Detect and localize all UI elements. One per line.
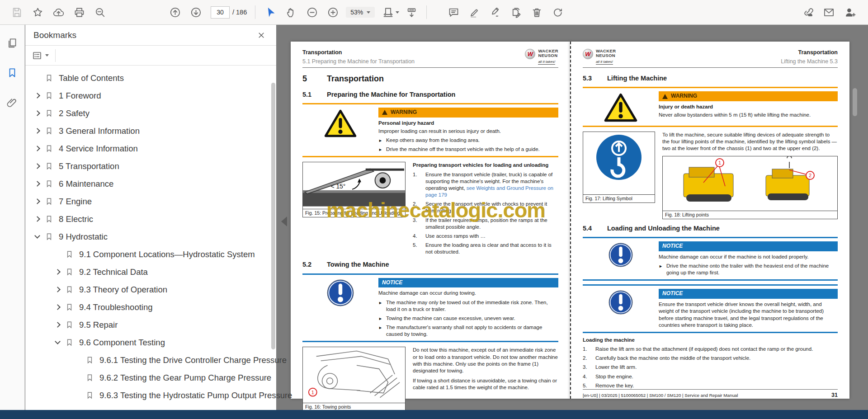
share-link-button[interactable] (797, 3, 818, 22)
comment-button[interactable] (443, 3, 464, 22)
bookmark-item[interactable]: 2 Safety (25, 104, 276, 122)
section-title: Preparing the Machine for Transportation (327, 90, 455, 99)
bookmark-item[interactable]: 1 Foreword (25, 87, 276, 104)
warning-icon-column (302, 108, 378, 153)
bookmark-item[interactable]: 9 Hydrostatic (25, 228, 276, 245)
hand-tool-button[interactable] (281, 3, 302, 22)
zoom-out-button[interactable] (302, 3, 322, 22)
bookmark-item[interactable]: 3 General Information (25, 122, 276, 140)
chevron-icon[interactable] (55, 322, 61, 328)
chevron-icon[interactable] (34, 198, 40, 204)
rotate-button[interactable] (547, 3, 568, 22)
bookmark-label: 9.5 Repair (79, 320, 118, 330)
zoom-level-value: 53% (350, 9, 363, 16)
star-button[interactable] (27, 3, 48, 22)
chevron-icon[interactable] (34, 216, 40, 222)
bookmarks-scrollbar-thumb[interactable] (271, 83, 275, 349)
pointer-icon (378, 299, 382, 313)
chevron-down-icon[interactable] (396, 11, 399, 14)
figure-16-caption: Fig. 16: Towing points (303, 403, 405, 410)
chevron-icon[interactable] (34, 163, 40, 169)
zoom-in-button[interactable] (322, 3, 343, 22)
scroll-mode-button[interactable] (401, 3, 422, 22)
bookmark-item[interactable]: 9.3 Theory of Operation (25, 281, 276, 298)
bookmark-item[interactable]: 7 Engine (25, 193, 276, 210)
bookmark-item[interactable]: 9.6.2 Testing the Gear Pump Charge Press… (25, 369, 276, 386)
notice-panel-1: NOTICE Machine damage can occur if the m… (583, 237, 838, 281)
page-31[interactable]: W WACKERNEUSON all it takes! Transportat… (570, 42, 849, 399)
save-button[interactable] (6, 3, 27, 22)
scroll-mode-icon (406, 6, 418, 19)
delete-pages-button[interactable] (526, 3, 547, 22)
wacker-neuson-logo: W WACKERNEUSON all it takes! (525, 49, 558, 65)
brand-tagline: all it takes! (538, 60, 555, 65)
warning-body: WARNING Personal injury hazard Improper … (378, 108, 558, 153)
bookmark-ribbon-icon (45, 214, 53, 224)
chevron-down-icon (45, 54, 49, 56)
share-upload-button[interactable] (48, 3, 69, 22)
chapter-number: 5 (302, 74, 327, 85)
close-panel-button[interactable] (255, 28, 268, 42)
arrow-up-circle-icon (169, 6, 181, 19)
next-page-button[interactable] (185, 3, 206, 22)
bookmark-label: 9.6.3 Testing the Hydrostatic Pump Outpu… (99, 391, 292, 400)
notice-panel: NOTICE Machine damage can occur during t… (302, 273, 558, 343)
chevron-icon[interactable] (34, 181, 40, 187)
chevron-icon[interactable] (55, 269, 61, 275)
notice-header: NOTICE (378, 278, 558, 288)
bookmark-item[interactable]: Table of Contents (25, 69, 276, 87)
brand-tagline: all it takes! (596, 60, 613, 65)
chevron-icon[interactable] (34, 233, 40, 239)
options-list-icon (32, 50, 42, 61)
bookmark-item[interactable]: 8 Electric (25, 210, 276, 228)
print-button[interactable] (69, 3, 90, 22)
section-5-3-heading: 5.3 Lifting the Machine (583, 74, 838, 83)
chevron-icon[interactable] (55, 304, 61, 310)
previous-page-button[interactable] (165, 3, 185, 22)
document-area: Transportation 5.1 Preparing the Machine… (277, 25, 868, 410)
bookmark-item[interactable]: 9.4 Troubleshooting (25, 298, 276, 316)
bullet-item: The manufacturer's warranty shall not ap… (378, 324, 558, 338)
bookmark-item[interactable]: 4 Service Information (25, 140, 276, 157)
bookmark-item[interactable]: 9.6 Component Testing (25, 334, 276, 351)
bookmark-ribbon-icon (45, 232, 53, 241)
edit-pages-button[interactable] (505, 3, 526, 22)
email-button[interactable] (818, 3, 839, 22)
chevron-icon[interactable] (34, 110, 40, 116)
lifting-content: To lift the machine, secure suitable lif… (662, 132, 838, 219)
bookmark-item[interactable]: 9.6.3 Testing the Hydrostatic Pump Outpu… (25, 386, 276, 404)
sign-button[interactable] (485, 3, 505, 22)
chevron-icon[interactable] (34, 93, 40, 99)
figure-18-caption: Fig. 18: Lifting points (663, 211, 837, 219)
zoom-level-dropdown[interactable]: 53% (346, 7, 375, 18)
loading-title: Loading the machine (583, 337, 838, 344)
previous-page-arrow[interactable] (281, 217, 287, 226)
bookmark-label: 9.1 Component Locations—Hydrostatic Syst… (79, 250, 255, 259)
page-number-input[interactable] (211, 6, 230, 19)
page-thumbnails-button[interactable] (4, 35, 20, 51)
document-scrollbar-thumb[interactable] (853, 88, 857, 116)
bookmark-item[interactable]: 9.2 Technical Data (25, 263, 276, 281)
bookmark-ribbon-icon (85, 391, 94, 400)
bookmark-ribbon-icon (65, 267, 74, 277)
chevron-icon[interactable] (55, 339, 61, 344)
attachments-button[interactable] (4, 94, 20, 111)
bookmarks-panel-button[interactable] (4, 65, 20, 81)
notice-header: NOTICE (659, 289, 838, 299)
search-button[interactable] (90, 3, 110, 22)
select-tool-button[interactable] (260, 3, 281, 22)
bookmark-item[interactable]: 9.6.1 Testing the Drive Controller Charg… (25, 351, 276, 369)
bookmark-item[interactable]: 9.5 Repair (25, 316, 276, 334)
fit-width-icon (382, 6, 394, 19)
upload-cloud-icon (52, 6, 65, 19)
bookmark-item[interactable]: 5 Transportation (25, 157, 276, 175)
bookmark-item[interactable]: 6 Maintenance (25, 175, 276, 193)
bookmark-item[interactable]: 9.1 Component Locations—Hydrostatic Syst… (25, 245, 276, 263)
chevron-icon[interactable] (34, 146, 40, 151)
chevron-icon[interactable] (55, 287, 61, 292)
arrow-down-circle-icon (190, 6, 202, 19)
add-user-button[interactable] (839, 3, 860, 22)
bookmark-options-button[interactable] (32, 50, 49, 61)
highlight-button[interactable] (464, 3, 485, 22)
chevron-icon[interactable] (34, 128, 40, 134)
